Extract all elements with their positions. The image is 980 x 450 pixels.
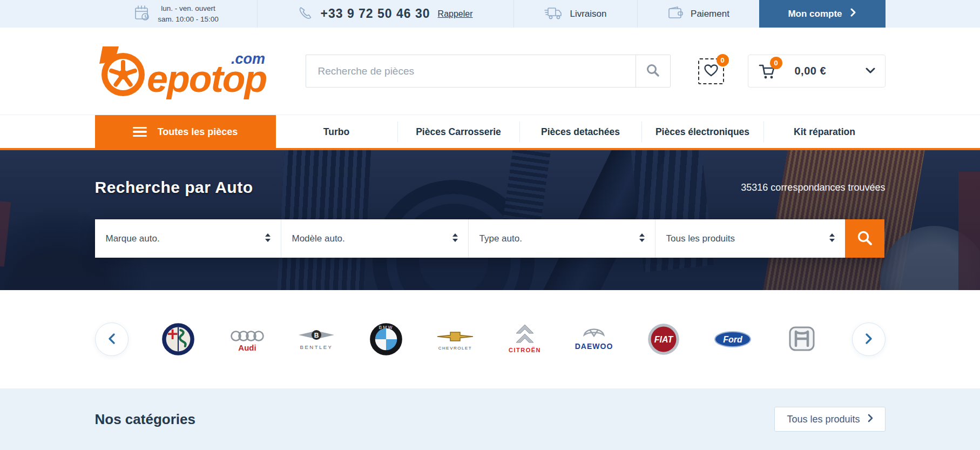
callback-link[interactable]: Rappeler <box>438 9 473 19</box>
calendar-clock-icon <box>133 4 151 24</box>
all-products-label: Tous les produits <box>787 414 860 425</box>
chevron-down-icon <box>866 66 875 76</box>
model-select[interactable]: Modèle auto. <box>281 219 469 258</box>
brand-logo-honda[interactable] <box>777 314 827 364</box>
cart-count-badge: 0 <box>770 57 782 69</box>
wishlist-count-badge: 0 <box>717 54 729 66</box>
brand-logo-ford[interactable]: Ford <box>708 314 758 364</box>
site-header: epotop .com 0 <box>0 28 980 115</box>
payment-info[interactable]: Paiement <box>638 0 759 28</box>
audi-wordmark: Audi <box>238 343 256 352</box>
chevron-left-icon <box>108 333 116 346</box>
shipping-info[interactable]: Livraison <box>514 0 637 28</box>
up-down-arrows-icon <box>829 233 835 245</box>
nav-item-turbo[interactable]: Turbo <box>276 115 397 149</box>
shipping-label: Livraison <box>570 9 606 19</box>
svg-text:B: B <box>314 332 319 339</box>
heart-icon <box>703 63 719 80</box>
matches-found-text: 35316 correspondances trouvées <box>741 182 885 193</box>
parts-search-input[interactable] <box>306 55 636 87</box>
payment-label: Paiement <box>691 9 729 19</box>
wishlist-button[interactable]: 0 <box>698 58 724 84</box>
up-down-arrows-icon <box>452 233 458 245</box>
parts-search-bar <box>306 55 671 88</box>
brand-logo-audi[interactable]: Audi <box>222 314 272 364</box>
nav-all-parts-label: Toutes les pièces <box>158 126 238 138</box>
search-icon <box>856 230 873 247</box>
hours-line-2: sam. 10:00 - 15:00 <box>158 14 219 25</box>
brand-logo-bentley[interactable]: B BENTLEY <box>292 314 341 364</box>
nav-item-pieces-detachees[interactable]: Pièces detachées <box>520 115 641 149</box>
brand-logo-chevrolet[interactable]: CHEVROLET <box>430 314 480 364</box>
search-submit-button[interactable] <box>636 55 670 87</box>
cart-total: 0,00 € <box>795 65 827 77</box>
up-down-arrows-icon <box>265 233 271 245</box>
truck-icon <box>544 5 563 23</box>
hero-title: Recherche par Auto <box>95 178 253 197</box>
type-select[interactable]: Type auto. <box>469 219 655 258</box>
nav-item-kit-reparation[interactable]: Kit réparation <box>764 115 886 149</box>
main-navigation: Toutes les pièces Turbo Pièces Carrosser… <box>0 115 980 150</box>
product-select-value: Tous les produits <box>666 233 735 244</box>
depotop-logo[interactable]: epotop .com <box>95 43 273 99</box>
cart-button[interactable]: 0 0,00 € <box>748 55 886 88</box>
brand-logo-daewoo[interactable]: DAEWOO <box>569 314 619 364</box>
up-down-arrows-icon <box>639 233 645 245</box>
chevron-right-icon <box>865 333 873 346</box>
carousel-next-button[interactable] <box>852 323 886 356</box>
brand-logo-strip: Audi B BENTLEY BMW <box>129 314 852 364</box>
brand-carousel: Audi B BENTLEY BMW <box>0 290 980 388</box>
fiat-wordmark: FIAT <box>654 335 673 344</box>
cart-icon <box>758 73 776 82</box>
product-select[interactable]: Tous les produits <box>655 219 845 258</box>
opening-hours: lun. - ven. ouvert sam. 10:00 - 15:00 <box>95 0 257 28</box>
nav-item-pieces-carrosserie[interactable]: Pièces Carrosserie <box>398 115 519 149</box>
brand-select-value: Marque auto. <box>106 233 160 244</box>
phone-icon <box>298 5 313 23</box>
chevron-right-icon <box>868 414 873 425</box>
chevron-right-icon <box>850 8 856 19</box>
brand-logo-citroen[interactable]: CITROËN <box>500 314 550 364</box>
my-account-button[interactable]: Mon compte <box>759 0 886 28</box>
brand-logo-fiat[interactable]: FIAT <box>639 314 688 364</box>
account-button-label: Mon compte <box>788 9 842 19</box>
brand-logo-bmw[interactable]: BMW <box>361 314 411 364</box>
model-select-value: Modèle auto. <box>292 233 345 244</box>
wallet-icon <box>667 5 684 23</box>
vehicle-search-hero: Recherche par Auto 35316 correspondances… <box>0 150 980 290</box>
top-bar: lun. - ven. ouvert sam. 10:00 - 15:00 +3… <box>0 0 980 28</box>
vehicle-search-button[interactable] <box>845 219 884 258</box>
categories-title: Nos catégories <box>95 411 195 428</box>
daewoo-wordmark: DAEWOO <box>575 342 613 351</box>
logo-tld: .com <box>231 51 265 67</box>
turbo-icon <box>99 46 145 96</box>
type-select-value: Type auto. <box>479 233 522 244</box>
bentley-wordmark: BENTLEY <box>300 344 333 350</box>
nav-all-parts-button[interactable]: Toutes les pièces <box>95 115 276 149</box>
search-icon <box>646 63 660 79</box>
hours-line-1: lun. - ven. ouvert <box>158 3 219 14</box>
brand-logo-alfa-romeo[interactable] <box>153 314 203 364</box>
vehicle-filter-bar: Marque auto. Modèle auto. Type auto. Tou… <box>95 219 886 258</box>
hamburger-menu-icon <box>133 127 147 137</box>
phone-number[interactable]: +33 9 72 50 46 30 <box>320 6 430 21</box>
citroen-wordmark: CITROËN <box>509 347 541 353</box>
ford-wordmark: Ford <box>723 335 743 344</box>
carousel-prev-button[interactable] <box>95 323 129 356</box>
chevrolet-wordmark: CHEVROLET <box>438 346 472 351</box>
all-products-button[interactable]: Tous les produits <box>774 407 885 432</box>
brand-select[interactable]: Marque auto. <box>95 219 281 258</box>
nav-item-pieces-electroniques[interactable]: Pièces électroniques <box>642 115 763 149</box>
categories-section: Nos catégories Tous les produits <box>0 388 980 450</box>
